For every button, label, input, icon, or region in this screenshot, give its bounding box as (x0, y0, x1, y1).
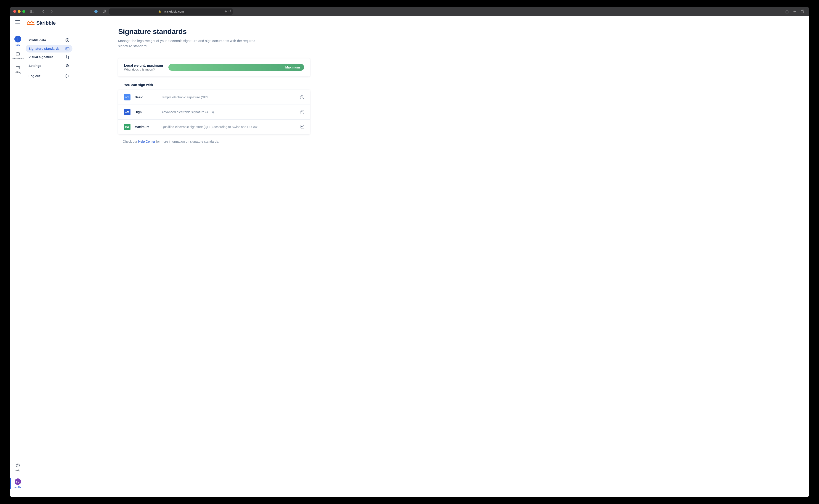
minimize-window-button[interactable] (18, 10, 21, 13)
side-menu: Skribble Profile data Signature standard… (26, 16, 72, 497)
legal-weight-value: Maximum (285, 66, 300, 69)
billing-icon (15, 65, 20, 70)
legal-weight-label: Legal weight: maximum (124, 63, 163, 67)
chevron-down-icon (300, 125, 304, 129)
menu-item-signature-standards[interactable]: Signature standards (26, 45, 72, 53)
rail-item-new[interactable]: New (14, 36, 21, 46)
signature-row-aes[interactable]: AESHighAdvanced electronic signature (AE… (118, 105, 310, 120)
new-tab-icon[interactable] (792, 8, 798, 15)
close-window-button[interactable] (13, 10, 16, 13)
rail-item-help[interactable]: Help (15, 463, 20, 472)
main-content: Signature standards Manage the legal wei… (72, 16, 324, 497)
signature-description: Advanced electronic signature (AES) (161, 110, 296, 114)
window-controls (13, 10, 25, 13)
chevron-down-icon (300, 110, 304, 114)
lock-icon: 🔒 (158, 10, 161, 13)
avatar-initials: FG (16, 480, 19, 483)
nav-rail: New Documents Billing Help (10, 16, 26, 497)
signature-name: Basic (134, 95, 157, 99)
rail-item-documents[interactable]: Documents (12, 51, 24, 60)
help-icon (15, 463, 20, 468)
page-subtitle: Manage the legal weight of your electron… (118, 38, 258, 49)
app-root: New Documents Billing Help (10, 16, 809, 497)
help-note-prefix: Check our (123, 140, 138, 143)
signature-description: Simple electronic signature (SES) (161, 95, 296, 99)
signature-row-ses[interactable]: SESBasicSimple electronic signature (SES… (118, 90, 310, 105)
brand-name: Skribble (36, 20, 55, 26)
menu-label: Profile data (29, 38, 46, 42)
rail-item-billing[interactable]: Billing (14, 65, 21, 73)
legal-weight-help-link[interactable]: What does this mean? (124, 68, 155, 71)
svg-point-21 (67, 39, 68, 40)
menu-label: Settings (29, 64, 41, 68)
documents-icon (15, 51, 20, 56)
tabs-overview-icon[interactable] (799, 8, 806, 15)
page-title: Signature standards (118, 27, 310, 36)
menu-item-settings[interactable]: Settings (26, 62, 72, 70)
svg-rect-0 (30, 10, 34, 13)
share-icon[interactable] (784, 8, 790, 15)
svg-point-2 (94, 10, 97, 13)
signature-name: Maximum (134, 125, 157, 129)
legal-weight-bar: Maximum (168, 64, 304, 71)
plus-icon (14, 36, 21, 42)
help-center-link[interactable]: Help Center (138, 140, 156, 143)
menu-toggle-button[interactable] (15, 20, 20, 25)
signature-name: High (134, 110, 157, 114)
reload-icon[interactable] (228, 10, 231, 13)
signature-badge: AES (124, 109, 130, 115)
rail-label-new: New (16, 44, 20, 46)
help-note-suffix: for more information on signature standa… (156, 140, 219, 143)
help-note: Check our Help Center for more informati… (123, 140, 310, 143)
rail-label-profile: Profile (14, 486, 21, 488)
logout-icon (65, 74, 69, 78)
menu-divider (28, 71, 70, 71)
brand-logo-icon (27, 20, 34, 26)
rail-label-help: Help (16, 469, 20, 472)
svg-rect-6 (801, 11, 804, 13)
signature-list: SESBasicSimple electronic signature (SES… (118, 90, 310, 134)
rail-item-profile[interactable]: FG Profile (10, 477, 26, 490)
address-bar[interactable]: 🔒 my.skribble.com ⊕ (109, 8, 233, 15)
crop-icon (65, 55, 69, 59)
menu-label: Visual signature (29, 55, 53, 59)
forward-button[interactable] (48, 8, 55, 15)
gear-icon (65, 64, 69, 68)
user-icon (65, 38, 69, 42)
id-card-icon (65, 47, 69, 50)
rail-label-documents: Documents (12, 57, 24, 60)
menu-item-logout[interactable]: Log out (26, 72, 72, 80)
sign-with-heading: You can sign with (124, 83, 310, 87)
menu-item-profile-data[interactable]: Profile data (26, 36, 72, 44)
legal-weight-card: Legal weight: maximum What does this mea… (118, 58, 310, 76)
signature-badge: QES (124, 124, 130, 130)
signature-row-qes[interactable]: QESMaximumQualified electronic signature… (118, 120, 310, 134)
url-text: my.skribble.com (163, 10, 184, 13)
svg-rect-12 (16, 53, 19, 55)
translate-icon[interactable]: ⊕ (225, 10, 227, 13)
menu-item-visual-signature[interactable]: Visual signature (26, 53, 72, 61)
menu-label: Signature standards (29, 47, 59, 50)
sidebar-toggle-icon[interactable] (29, 8, 35, 15)
browser-window: 🔒 my.skribble.com ⊕ (10, 7, 809, 497)
signature-badge: SES (124, 94, 130, 100)
avatar: FG (15, 478, 21, 485)
rail-label-billing: Billing (14, 71, 21, 73)
menu-label: Log out (29, 74, 40, 78)
browser-toolbar: 🔒 my.skribble.com ⊕ (10, 7, 809, 16)
brand[interactable]: Skribble (26, 20, 72, 26)
svg-point-30 (67, 65, 68, 66)
password-manager-icon[interactable] (93, 8, 99, 15)
svg-point-23 (66, 48, 67, 49)
signature-description: Qualified electronic signature (QES) acc… (161, 125, 296, 129)
chevron-down-icon (300, 95, 304, 99)
privacy-shield-icon[interactable] (101, 8, 107, 15)
maximize-window-button[interactable] (22, 10, 25, 13)
svg-point-16 (19, 68, 19, 68)
back-button[interactable] (40, 8, 47, 15)
